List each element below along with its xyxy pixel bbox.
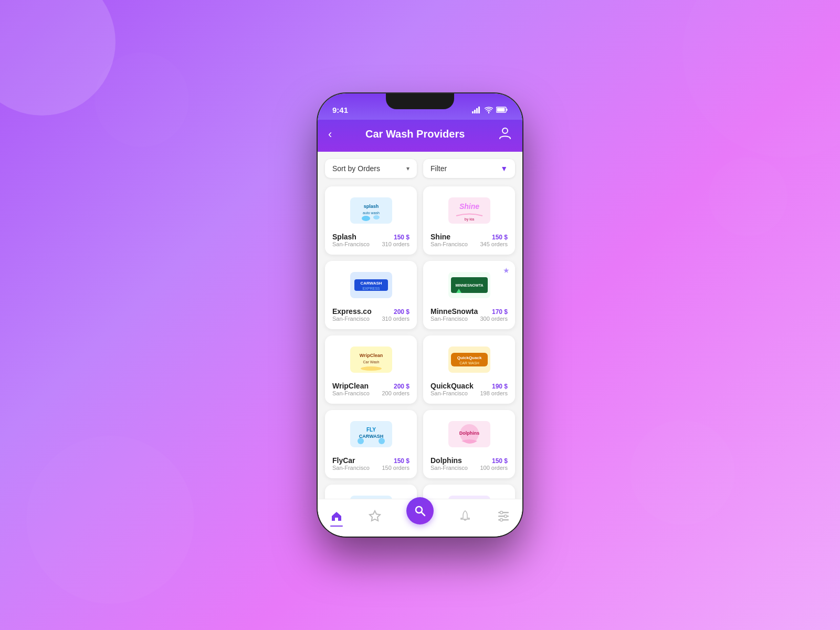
nav-search[interactable] — [406, 508, 434, 524]
signal-icon — [472, 107, 481, 113]
provider-row2: San-Francisco 310 orders — [332, 241, 410, 247]
svg-point-26 — [361, 366, 382, 371]
provider-card-splash[interactable]: splashauto wash Splash 150 $ San-Francis… — [325, 186, 417, 255]
provider-info: Shine 150 $ — [430, 233, 508, 241]
provider-logo-area: MINNESNOWTA — [430, 268, 508, 302]
provider-logo-area: MyCar — [332, 492, 410, 499]
provider-card-shine[interactable]: Shineby kia Shine 150 $ San-Francisco 34… — [423, 186, 515, 255]
provider-name: MinneSnowta — [430, 307, 478, 316]
provider-orders: 300 orders — [480, 316, 508, 322]
provider-name: Splash — [332, 233, 356, 241]
provider-card-express[interactable]: CARWASHEXPRESS Express.co 200 $ San-Fran… — [325, 261, 417, 329]
provider-logo-area: splashauto wash — [332, 194, 410, 227]
provider-orders: 310 orders — [382, 316, 410, 322]
nav-underline — [330, 526, 343, 527]
provider-name: Dolphins — [430, 456, 462, 465]
svg-text:FLY: FLY — [366, 427, 376, 433]
svg-rect-6 — [507, 109, 508, 111]
provider-price: 150 $ — [394, 457, 410, 465]
svg-rect-0 — [472, 111, 474, 113]
svg-rect-39 — [350, 496, 392, 499]
sort-button[interactable]: Sort by Orders ▾ — [325, 159, 417, 178]
svg-rect-3 — [478, 107, 480, 113]
provider-price: 150 $ — [394, 234, 410, 241]
provider-info: FlyCar 150 $ — [332, 456, 410, 465]
svg-point-12 — [373, 215, 380, 219]
provider-card-wrip[interactable]: WripCleanCar Wash WripClean 200 $ San-Fr… — [325, 335, 417, 404]
nav-favorites[interactable] — [369, 510, 381, 522]
provider-city: San-Francisco — [332, 465, 370, 471]
svg-text:Car Wash: Car Wash — [363, 360, 379, 364]
provider-row2: San-Francisco 300 orders — [430, 316, 508, 322]
provider-orders: 150 orders — [382, 465, 410, 471]
provider-name: WripClean — [332, 382, 369, 390]
provider-card-mycar[interactable]: MyCar MyCar 180 $ San-Francisco 220 orde… — [325, 485, 417, 499]
star-outline-icon — [369, 510, 381, 522]
provider-price: 150 $ — [492, 234, 508, 241]
battery-icon — [496, 107, 508, 113]
user-profile-icon[interactable] — [498, 126, 512, 142]
provider-city: San-Francisco — [430, 465, 468, 471]
filter-button[interactable]: Filter ▼ — [423, 159, 515, 178]
svg-line-47 — [422, 512, 425, 516]
star-badge: ★ — [503, 266, 510, 275]
page-title: Car Wash Providers — [365, 128, 465, 140]
sort-label: Sort by Orders — [332, 164, 380, 173]
provider-card-quick[interactable]: QuickQuackCAR WASH QuickQuack 190 $ San-… — [423, 335, 515, 404]
svg-rect-1 — [474, 110, 476, 113]
svg-text:QuickQuack: QuickQuack — [457, 355, 481, 360]
provider-orders: 345 orders — [480, 241, 508, 247]
search-center-button[interactable] — [406, 497, 434, 524]
status-time: 9:41 — [332, 106, 348, 114]
provider-city: San-Francisco — [430, 316, 468, 322]
svg-text:auto wash: auto wash — [363, 211, 380, 215]
provider-name: FlyCar — [332, 456, 355, 465]
app-header: ‹ Car Wash Providers — [318, 120, 522, 152]
provider-info: Dolphins 150 $ — [430, 456, 508, 465]
provider-info: Express.co 200 $ — [332, 307, 410, 316]
provider-logo-area: QuickQuackCAR WASH — [430, 343, 508, 376]
provider-city: San-Francisco — [332, 316, 370, 322]
provider-city: San-Francisco — [430, 390, 468, 396]
provider-logo-area: Shineby kia — [430, 194, 508, 227]
svg-rect-5 — [497, 108, 505, 112]
svg-rect-2 — [476, 108, 478, 113]
provider-card-minne[interactable]: ★ MINNESNOWTA MinneSnowta 170 $ San-Fran… — [423, 261, 515, 329]
provider-card-dolphins[interactable]: Dolphins Dolphins 150 $ San-Francisco 10… — [423, 410, 515, 478]
sort-chevron-icon: ▾ — [406, 165, 410, 172]
svg-text:MINNESNOWTA: MINNESNOWTA — [455, 284, 483, 287]
provider-name: QuickQuack — [430, 382, 474, 390]
search-icon — [414, 505, 426, 517]
back-button[interactable]: ‹ — [328, 128, 332, 141]
svg-text:CARWASH: CARWASH — [360, 281, 382, 286]
provider-price: 170 $ — [492, 308, 508, 316]
provider-card-flycar[interactable]: FLYCARWASH FlyCar 150 $ San-Francisco 15… — [325, 410, 417, 478]
bell-icon — [459, 510, 471, 522]
svg-point-53 — [500, 518, 502, 521]
status-icons — [472, 107, 508, 113]
provider-name: Shine — [430, 233, 450, 241]
provider-city: San-Francisco — [332, 241, 370, 247]
svg-text:Dolphins: Dolphins — [459, 430, 479, 436]
home-icon — [330, 510, 343, 522]
provider-name: Express.co — [332, 307, 372, 316]
nav-notifications[interactable] — [459, 510, 471, 522]
svg-text:by kia: by kia — [464, 217, 474, 222]
provider-orders: 310 orders — [382, 241, 410, 247]
svg-text:EXPRESS: EXPRESS — [362, 287, 380, 290]
provider-info: Splash 150 $ — [332, 233, 410, 241]
svg-text:CAR WASH: CAR WASH — [459, 361, 479, 365]
nav-home[interactable] — [330, 510, 343, 522]
svg-text:Shine: Shine — [459, 202, 479, 211]
provider-logo-area: FLYCARWASH — [332, 417, 410, 451]
svg-rect-8 — [350, 197, 392, 224]
provider-city: San-Francisco — [430, 241, 468, 247]
provider-row2: San-Francisco 150 orders — [332, 465, 410, 471]
providers-grid: splashauto wash Splash 150 $ San-Francis… — [325, 186, 515, 499]
svg-point-35 — [379, 438, 385, 444]
provider-card-washworld[interactable]: washworld WashWorld 200 $ San-Francisco … — [423, 485, 515, 499]
svg-point-11 — [362, 216, 370, 221]
screen: 9:41 — [318, 93, 522, 537]
svg-point-52 — [504, 514, 507, 517]
nav-settings[interactable] — [497, 510, 510, 522]
